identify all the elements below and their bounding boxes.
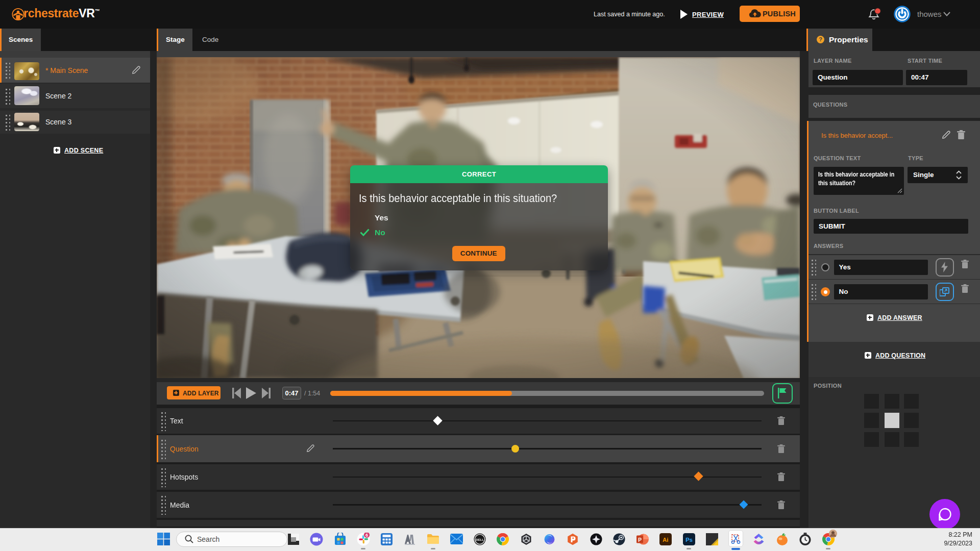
svg-text:DELL: DELL (476, 538, 484, 541)
svg-text:P: P (638, 537, 642, 543)
svg-text:6: 6 (365, 533, 368, 538)
svg-text:Ai: Ai (663, 537, 669, 543)
svg-text:Ps: Ps (685, 537, 693, 543)
